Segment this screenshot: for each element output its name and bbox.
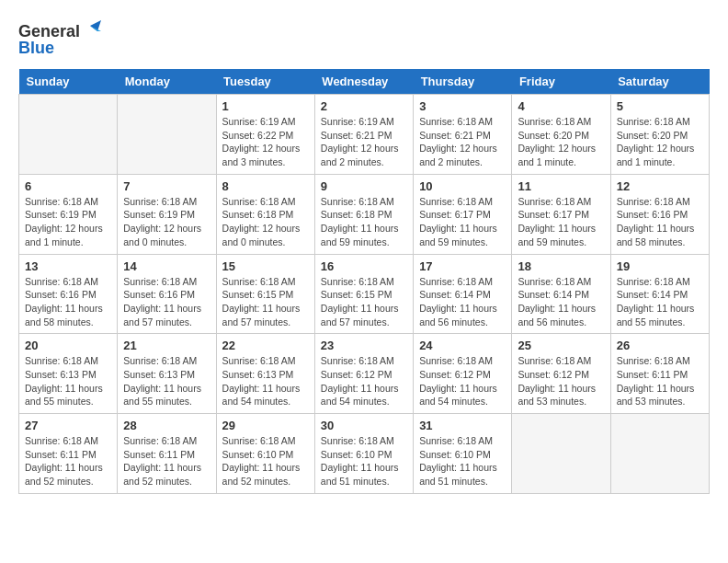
day-number: 18: [518, 259, 604, 273]
calendar-cell: 5Sunrise: 6:18 AM Sunset: 6:20 PM Daylig…: [610, 95, 709, 175]
calendar-cell: 3Sunrise: 6:18 AM Sunset: 6:21 PM Daylig…: [414, 95, 512, 175]
logo-icon: General Blue: [18, 18, 101, 60]
day-detail: Sunrise: 6:18 AM Sunset: 6:19 PM Dayligh…: [25, 195, 111, 249]
calendar-cell: 8Sunrise: 6:18 AM Sunset: 6:18 PM Daylig…: [216, 174, 314, 254]
calendar-cell: [118, 95, 216, 175]
calendar-cell: 23Sunrise: 6:18 AM Sunset: 6:12 PM Dayli…: [314, 334, 413, 414]
day-number: 4: [518, 99, 604, 113]
calendar-table: SundayMondayTuesdayWednesdayThursdayFrid…: [18, 69, 710, 494]
calendar-week-5: 27Sunrise: 6:18 AM Sunset: 6:11 PM Dayli…: [19, 414, 710, 494]
day-detail: Sunrise: 6:18 AM Sunset: 6:20 PM Dayligh…: [518, 115, 604, 169]
day-detail: Sunrise: 6:18 AM Sunset: 6:14 PM Dayligh…: [419, 275, 506, 329]
calendar-week-2: 6Sunrise: 6:18 AM Sunset: 6:19 PM Daylig…: [19, 174, 710, 254]
day-number: 15: [222, 259, 309, 273]
weekday-header-saturday: Saturday: [610, 69, 709, 95]
day-number: 24: [419, 339, 506, 352]
calendar-cell: 24Sunrise: 6:18 AM Sunset: 6:12 PM Dayli…: [414, 334, 512, 414]
day-detail: Sunrise: 6:18 AM Sunset: 6:15 PM Dayligh…: [222, 275, 309, 329]
weekday-header-tuesday: Tuesday: [216, 69, 314, 95]
day-detail: Sunrise: 6:18 AM Sunset: 6:21 PM Dayligh…: [419, 115, 506, 169]
day-detail: Sunrise: 6:18 AM Sunset: 6:11 PM Dayligh…: [25, 434, 111, 488]
weekday-header-thursday: Thursday: [414, 69, 512, 95]
day-number: 11: [518, 179, 604, 193]
calendar-cell: 14Sunrise: 6:18 AM Sunset: 6:16 PM Dayli…: [118, 254, 216, 334]
svg-text:General: General: [18, 22, 80, 40]
calendar-cell: 2Sunrise: 6:19 AM Sunset: 6:21 PM Daylig…: [314, 95, 413, 175]
day-detail: Sunrise: 6:19 AM Sunset: 6:22 PM Dayligh…: [222, 115, 309, 169]
calendar-cell: 7Sunrise: 6:18 AM Sunset: 6:19 PM Daylig…: [118, 174, 216, 254]
calendar-cell: 20Sunrise: 6:18 AM Sunset: 6:13 PM Dayli…: [19, 334, 118, 414]
calendar-cell: 26Sunrise: 6:18 AM Sunset: 6:11 PM Dayli…: [610, 334, 709, 414]
calendar-cell: 11Sunrise: 6:18 AM Sunset: 6:17 PM Dayli…: [512, 174, 610, 254]
calendar-cell: 15Sunrise: 6:18 AM Sunset: 6:15 PM Dayli…: [216, 254, 314, 334]
day-detail: Sunrise: 6:18 AM Sunset: 6:11 PM Dayligh…: [617, 354, 703, 408]
calendar-cell: 9Sunrise: 6:18 AM Sunset: 6:18 PM Daylig…: [314, 174, 413, 254]
day-number: 28: [123, 419, 210, 432]
day-detail: Sunrise: 6:18 AM Sunset: 6:19 PM Dayligh…: [123, 195, 210, 249]
calendar-cell: 31Sunrise: 6:18 AM Sunset: 6:10 PM Dayli…: [414, 414, 512, 494]
calendar-week-4: 20Sunrise: 6:18 AM Sunset: 6:13 PM Dayli…: [19, 334, 710, 414]
day-number: 5: [617, 99, 703, 113]
calendar-cell: 17Sunrise: 6:18 AM Sunset: 6:14 PM Dayli…: [414, 254, 512, 334]
calendar-cell: 30Sunrise: 6:18 AM Sunset: 6:10 PM Dayli…: [314, 414, 413, 494]
day-number: 14: [123, 259, 210, 273]
calendar-week-3: 13Sunrise: 6:18 AM Sunset: 6:16 PM Dayli…: [19, 254, 710, 334]
day-number: 1: [222, 99, 309, 113]
day-detail: Sunrise: 6:18 AM Sunset: 6:10 PM Dayligh…: [419, 434, 506, 488]
weekday-header-sunday: Sunday: [19, 69, 118, 95]
day-detail: Sunrise: 6:18 AM Sunset: 6:20 PM Dayligh…: [617, 115, 703, 169]
day-number: 7: [123, 179, 210, 193]
weekday-header-wednesday: Wednesday: [314, 69, 413, 95]
calendar-week-1: 1Sunrise: 6:19 AM Sunset: 6:22 PM Daylig…: [19, 95, 710, 175]
day-detail: Sunrise: 6:18 AM Sunset: 6:12 PM Dayligh…: [321, 354, 407, 408]
day-number: 16: [321, 259, 407, 273]
day-detail: Sunrise: 6:18 AM Sunset: 6:12 PM Dayligh…: [419, 354, 506, 408]
day-detail: Sunrise: 6:18 AM Sunset: 6:14 PM Dayligh…: [518, 275, 604, 329]
day-detail: Sunrise: 6:18 AM Sunset: 6:16 PM Dayligh…: [123, 275, 210, 329]
day-number: 8: [222, 179, 309, 193]
day-detail: Sunrise: 6:18 AM Sunset: 6:16 PM Dayligh…: [617, 195, 703, 249]
day-detail: Sunrise: 6:18 AM Sunset: 6:13 PM Dayligh…: [25, 354, 111, 408]
day-number: 20: [25, 339, 111, 352]
header: General Blue: [18, 18, 710, 60]
day-number: 3: [419, 99, 506, 113]
day-number: 10: [419, 179, 506, 193]
day-number: 31: [419, 419, 506, 432]
day-number: 9: [321, 179, 407, 193]
calendar-cell: 19Sunrise: 6:18 AM Sunset: 6:14 PM Dayli…: [610, 254, 709, 334]
calendar-cell: [610, 414, 709, 494]
day-number: 2: [321, 99, 407, 113]
calendar-cell: 1Sunrise: 6:19 AM Sunset: 6:22 PM Daylig…: [216, 95, 314, 175]
day-number: 22: [222, 339, 309, 352]
day-number: 29: [222, 419, 309, 432]
calendar-cell: 13Sunrise: 6:18 AM Sunset: 6:16 PM Dayli…: [19, 254, 118, 334]
day-detail: Sunrise: 6:18 AM Sunset: 6:13 PM Dayligh…: [123, 354, 210, 408]
day-detail: Sunrise: 6:18 AM Sunset: 6:11 PM Dayligh…: [123, 434, 210, 488]
calendar-cell: 29Sunrise: 6:18 AM Sunset: 6:10 PM Dayli…: [216, 414, 314, 494]
calendar-cell: 27Sunrise: 6:18 AM Sunset: 6:11 PM Dayli…: [19, 414, 118, 494]
day-number: 25: [518, 339, 604, 352]
day-detail: Sunrise: 6:18 AM Sunset: 6:10 PM Dayligh…: [222, 434, 309, 488]
calendar-cell: 21Sunrise: 6:18 AM Sunset: 6:13 PM Dayli…: [118, 334, 216, 414]
day-number: 17: [419, 259, 506, 273]
calendar-cell: 18Sunrise: 6:18 AM Sunset: 6:14 PM Dayli…: [512, 254, 610, 334]
calendar-cell: [512, 414, 610, 494]
calendar-cell: 4Sunrise: 6:18 AM Sunset: 6:20 PM Daylig…: [512, 95, 610, 175]
day-number: 19: [617, 259, 703, 273]
weekday-header-friday: Friday: [512, 69, 610, 95]
day-detail: Sunrise: 6:18 AM Sunset: 6:15 PM Dayligh…: [321, 275, 407, 329]
day-number: 21: [123, 339, 210, 352]
day-detail: Sunrise: 6:18 AM Sunset: 6:18 PM Dayligh…: [321, 195, 407, 249]
day-detail: Sunrise: 6:18 AM Sunset: 6:13 PM Dayligh…: [222, 354, 309, 408]
day-number: 23: [321, 339, 407, 352]
calendar-cell: 10Sunrise: 6:18 AM Sunset: 6:17 PM Dayli…: [414, 174, 512, 254]
day-detail: Sunrise: 6:18 AM Sunset: 6:12 PM Dayligh…: [518, 354, 604, 408]
calendar-cell: 12Sunrise: 6:18 AM Sunset: 6:16 PM Dayli…: [610, 174, 709, 254]
weekday-header-row: SundayMondayTuesdayWednesdayThursdayFrid…: [19, 69, 710, 95]
calendar-cell: 6Sunrise: 6:18 AM Sunset: 6:19 PM Daylig…: [19, 174, 118, 254]
calendar-cell: 22Sunrise: 6:18 AM Sunset: 6:13 PM Dayli…: [216, 334, 314, 414]
day-number: 26: [617, 339, 703, 352]
day-number: 12: [617, 179, 703, 193]
day-number: 6: [25, 179, 111, 193]
day-detail: Sunrise: 6:19 AM Sunset: 6:21 PM Dayligh…: [321, 115, 407, 169]
